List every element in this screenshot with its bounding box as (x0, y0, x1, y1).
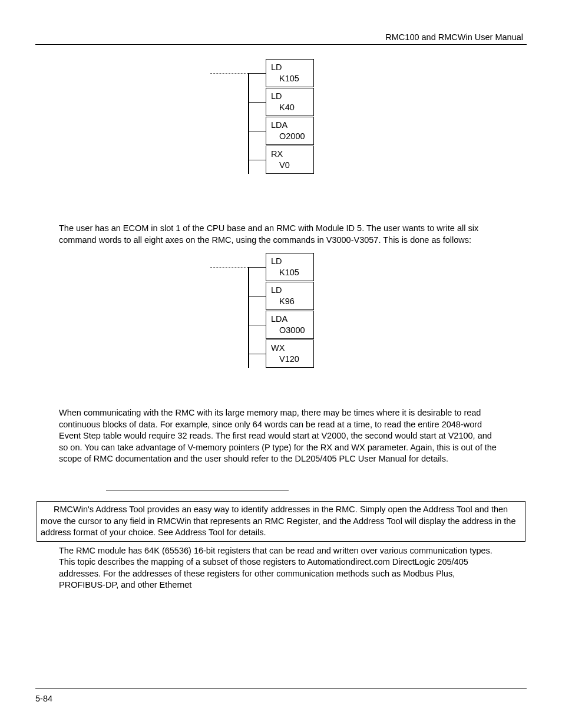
instruction-opcode: LD (271, 91, 310, 102)
page-footer: 5-84 (35, 689, 527, 703)
ladder-rung: RX V0 (248, 146, 352, 174)
instruction-operand: K105 (271, 267, 310, 278)
instruction-operand: V120 (271, 354, 310, 365)
ladder-connector-icon (248, 267, 266, 268)
header-rule (35, 44, 527, 45)
instruction-opcode: LDA (271, 314, 310, 325)
instruction-box: LDA O3000 (266, 311, 314, 339)
body-paragraph: When communicating with the RMC with its… (59, 407, 503, 465)
instruction-operand: K96 (271, 296, 310, 307)
note-box: RMCWin's Address Tool provides an easy w… (37, 501, 525, 542)
footer-rule (35, 689, 527, 689)
instruction-box: LDA O2000 (266, 117, 314, 145)
ladder-connector-icon (248, 325, 266, 325)
ladder-connector-icon (248, 296, 266, 297)
instruction-box: LD K96 (266, 282, 314, 310)
body-paragraph: The user has an ECOM in slot 1 of the CP… (59, 223, 503, 246)
ladder-rung: LD K96 (248, 282, 352, 311)
instruction-operand: V0 (271, 160, 310, 171)
ladder-rung: LDA O3000 (248, 311, 352, 340)
dashed-rail-icon (210, 267, 249, 268)
page-number: 5-84 (35, 694, 527, 703)
instruction-opcode: RX (271, 149, 310, 160)
ladder-diagram-2: LD K105 LD K96 LDA O3000 (35, 253, 527, 368)
body-paragraph: The RMC module has 64K (65536) 16-bit re… (59, 545, 503, 591)
section-divider (106, 490, 527, 490)
page: RMC100 and RMCWin User Manual LD K105 LD… (0, 0, 562, 728)
section-rule (106, 490, 289, 490)
instruction-box: LD K105 (266, 253, 314, 281)
ladder-diagram-1: LD K105 LD K40 LDA O2000 (35, 59, 527, 174)
ladder-connector-icon (248, 160, 266, 160)
instruction-box: RX V0 (266, 146, 314, 174)
instruction-box: WX V120 (266, 340, 314, 368)
ladder-rung: WX V120 (248, 340, 352, 368)
instruction-operand: K40 (271, 102, 310, 113)
ladder-rung: LD K105 (248, 59, 352, 88)
ladder-connector-icon (248, 73, 266, 74)
instruction-opcode: LD (271, 62, 310, 73)
ladder-rung: LDA O2000 (248, 117, 352, 146)
instruction-operand: K105 (271, 73, 310, 84)
instruction-operand: O3000 (271, 325, 310, 336)
header-title: RMC100 and RMCWin User Manual (35, 32, 527, 42)
instruction-box: LD K40 (266, 88, 314, 116)
ladder-connector-icon (248, 131, 266, 131)
ladder-rung: LD K105 (248, 253, 352, 282)
instruction-opcode: LDA (271, 120, 310, 131)
instruction-opcode: LD (271, 285, 310, 296)
instruction-opcode: LD (271, 256, 310, 267)
dashed-rail-icon (210, 73, 249, 74)
instruction-operand: O2000 (271, 131, 310, 142)
ladder-connector-icon (248, 354, 266, 354)
paragraph-2: When communicating with the RMC with its… (59, 407, 503, 465)
ladder-connector-icon (248, 102, 266, 103)
paragraph-3: The RMC module has 64K (65536) 16-bit re… (59, 545, 503, 591)
instruction-opcode: WX (271, 342, 310, 354)
paragraph-1: The user has an ECOM in slot 1 of the CP… (59, 223, 503, 246)
instruction-box: LD K105 (266, 59, 314, 87)
ladder-rung: LD K40 (248, 88, 352, 117)
